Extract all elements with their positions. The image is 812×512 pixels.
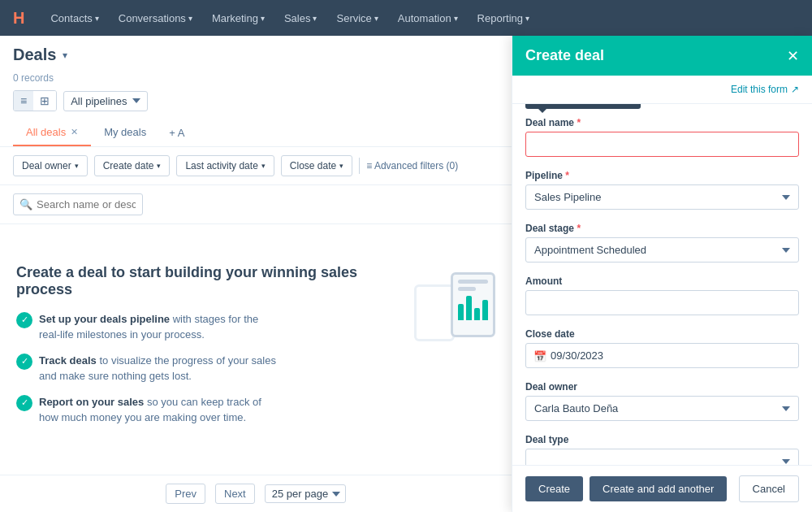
filter-close-date-arrow: ▾: [339, 162, 343, 170]
amount-group: Amount: [525, 276, 799, 315]
tab-add-button[interactable]: + A: [159, 120, 194, 145]
nav-conversations[interactable]: Conversations ▾: [119, 12, 192, 24]
create-and-add-button[interactable]: Create and add another: [590, 476, 727, 501]
list-view-button[interactable]: ≡: [14, 91, 33, 111]
board-view-button[interactable]: ⊞: [33, 91, 56, 111]
pipeline-group: Pipeline * Sales Pipeline: [525, 170, 799, 210]
empty-state: Create a deal to start building your win…: [16, 264, 495, 436]
deal-name-label: Deal name *: [525, 117, 799, 128]
prev-button[interactable]: Prev: [166, 484, 205, 504]
nav-marketing[interactable]: Marketing ▾: [212, 12, 265, 24]
deal-name-input[interactable]: [525, 132, 799, 157]
illus-bars: [458, 296, 488, 320]
pagination-bar: Prev Next 25 per page: [0, 475, 512, 512]
deal-stage-select[interactable]: Appointment Scheduled: [525, 237, 799, 263]
pipeline-select-input[interactable]: Sales Pipeline: [525, 184, 799, 210]
deal-owner-select[interactable]: Carla Bauto Deña: [525, 396, 799, 421]
nav-marketing-arrow: ▾: [261, 14, 265, 23]
deals-illustration: [414, 264, 495, 362]
advanced-filters-button[interactable]: ≡ Advanced filters (0): [366, 160, 458, 171]
page-title-caret[interactable]: ▾: [63, 50, 67, 61]
search-icon: 🔍: [19, 198, 32, 210]
illus-bar-4: [482, 300, 488, 320]
illus-line-2: [458, 287, 476, 291]
cancel-button[interactable]: Cancel: [739, 475, 799, 502]
filter-deal-owner-arrow: ▾: [75, 162, 79, 170]
deal-name-required: *: [577, 117, 581, 128]
page-title: Deals: [13, 46, 56, 64]
close-date-group: Close date 📅: [525, 328, 799, 368]
modal-body: Deal name * Please fill out this field. …: [512, 104, 812, 465]
list-item: ✓ Set up your deals pipeline with stages…: [16, 311, 276, 343]
nav-contacts-arrow: ▾: [95, 14, 99, 23]
bullet-icon-1: ✓: [16, 312, 32, 328]
modal-footer: Create Create and add another Cancel: [512, 465, 812, 512]
nav-reporting[interactable]: Reporting ▾: [477, 12, 529, 24]
amount-input[interactable]: [525, 290, 799, 315]
calendar-icon: 📅: [533, 349, 546, 362]
bullet-icon-2: ✓: [16, 354, 32, 370]
deal-type-select[interactable]: [525, 449, 799, 465]
deal-name-tooltip: Please fill out this field.: [525, 104, 641, 109]
pipeline-required: *: [565, 170, 569, 181]
close-date-label: Close date: [525, 328, 799, 340]
nav-sales-arrow: ▾: [313, 14, 317, 23]
empty-state-text: Create a deal to start building your win…: [16, 264, 398, 436]
deal-owner-label: Deal owner: [525, 381, 799, 393]
per-page-select[interactable]: 25 per page: [265, 484, 346, 503]
filter-last-activity-date[interactable]: Last activity date ▾: [176, 155, 274, 176]
list-item: ✓ Track deals to visualize the progress …: [16, 353, 276, 384]
tabs-row: All deals ✕ My deals + A: [13, 119, 499, 146]
filter-create-date[interactable]: Create date ▾: [94, 155, 171, 176]
deal-type-group: Deal type: [525, 434, 799, 465]
tab-all-deals[interactable]: All deals ✕: [13, 119, 91, 146]
nav-service-arrow: ▾: [374, 14, 378, 23]
edit-form-link[interactable]: Edit this form ↗: [731, 84, 799, 95]
pipeline-select[interactable]: All pipelines: [63, 91, 148, 111]
create-button[interactable]: Create: [525, 476, 583, 501]
modal-subheader: Edit this form ↗: [512, 76, 812, 104]
create-deal-panel: Create deal ✕ Edit this form ↗ Deal name…: [512, 36, 812, 512]
empty-state-list: ✓ Set up your deals pipeline with stages…: [16, 311, 398, 426]
illus-device: [451, 272, 495, 337]
filter-deal-owner[interactable]: Deal owner ▾: [13, 155, 88, 176]
filter-icon: ≡: [366, 160, 372, 171]
illus-shadow: [414, 284, 455, 341]
nav-contacts[interactable]: Contacts ▾: [50, 12, 98, 24]
filter-close-date[interactable]: Close date ▾: [281, 155, 352, 176]
deal-owner-group: Deal owner Carla Bauto Deña: [525, 381, 799, 421]
list-item: ✓ Report on your sales so you can keep t…: [16, 394, 276, 426]
deal-name-group: Deal name * Please fill out this field.: [525, 117, 799, 157]
empty-state-container: Create a deal to start building your win…: [0, 224, 512, 475]
amount-label: Amount: [525, 276, 799, 287]
nav-automation[interactable]: Automation ▾: [398, 12, 458, 24]
illus-bar-2: [466, 296, 472, 320]
search-input[interactable]: [13, 193, 143, 215]
filter-create-date-arrow: ▾: [157, 162, 161, 170]
deal-stage-label: Deal stage *: [525, 223, 799, 234]
sub-header: Deals ▾ 0 records ≡ ⊞ All pipelines All …: [0, 36, 512, 147]
modal-close-button[interactable]: ✕: [787, 49, 799, 63]
filters-bar: Deal owner ▾ Create date ▾ Last activity…: [0, 147, 512, 185]
deal-type-label: Deal type: [525, 434, 799, 445]
next-button[interactable]: Next: [215, 484, 255, 504]
external-link-icon: ↗: [791, 84, 799, 95]
top-navigation: H Contacts ▾ Conversations ▾ Marketing ▾…: [0, 0, 812, 36]
deal-stage-group: Deal stage * Appointment Scheduled: [525, 223, 799, 263]
nav-service[interactable]: Service ▾: [336, 12, 378, 24]
filter-last-activity-date-arrow: ▾: [261, 162, 266, 170]
illus-line-1: [458, 280, 488, 284]
close-date-input[interactable]: [525, 343, 799, 368]
search-bar: 🔍: [0, 185, 512, 224]
illus-bar-3: [474, 308, 480, 320]
bullet-icon-3: ✓: [16, 395, 32, 411]
empty-state-title: Create a deal to start building your win…: [16, 264, 398, 298]
tab-my-deals[interactable]: My deals: [91, 119, 159, 146]
deals-panel: Deals ▾ 0 records ≡ ⊞ All pipelines All …: [0, 36, 512, 512]
view-toggle: ≡ ⊞: [13, 90, 57, 111]
modal-title: Create deal: [525, 47, 604, 64]
nav-sales[interactable]: Sales ▾: [284, 12, 317, 24]
nav-automation-arrow: ▾: [454, 14, 458, 23]
tab-all-deals-close[interactable]: ✕: [71, 127, 78, 137]
modal-header: Create deal ✕: [512, 36, 812, 76]
